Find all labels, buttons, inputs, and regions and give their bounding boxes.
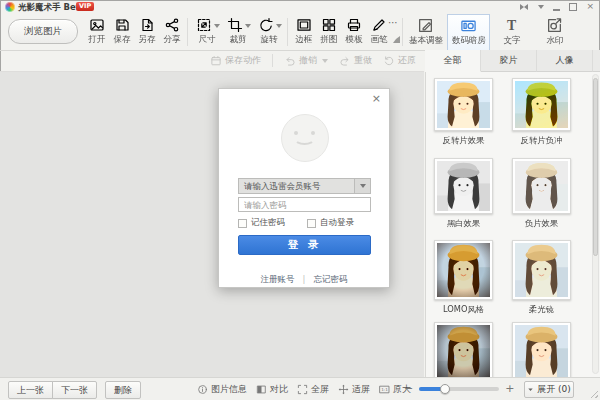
expand-button[interactable]: 展开 (0) — [524, 381, 574, 398]
effect-preview — [515, 325, 568, 377]
effect-preview — [437, 81, 490, 128]
scrollbar-thumb[interactable] — [593, 78, 598, 256]
toolbar-button-label: 裁剪 — [229, 33, 246, 45]
effect-thumb-crossprocess[interactable] — [512, 78, 571, 131]
next-button[interactable]: 下一张 — [52, 381, 97, 399]
dropdown-caret-icon[interactable] — [276, 24, 282, 31]
template-icon — [346, 17, 362, 33]
redo-icon — [339, 55, 351, 67]
scrollbar-track[interactable] — [592, 74, 599, 374]
close-icon[interactable]: × — [586, 2, 594, 11]
toolbar-groups: 打开保存另存分享尺寸裁剪旋转边框拼图模板画笔 — [84, 15, 391, 49]
action-button-save-action[interactable]: 保存动作 — [210, 54, 261, 67]
effect-thumb-negative[interactable] — [512, 158, 571, 214]
compare-button[interactable]: 对比 — [256, 383, 288, 396]
sidebar-tab-portrait[interactable]: 人像 — [537, 50, 593, 72]
toolbar-button-save-as[interactable]: 另存 — [134, 15, 159, 49]
toolbar-button-label: 尺寸 — [198, 33, 215, 45]
zoom-in-button[interactable]: + — [505, 384, 514, 394]
fullscreen-button[interactable]: 全屏 — [297, 383, 329, 396]
delete-button[interactable]: 删除 — [105, 381, 141, 399]
open-icon — [89, 17, 105, 33]
effect-thumb-lomo[interactable] — [434, 240, 493, 300]
minimize-icon[interactable] — [553, 2, 560, 11]
toolbar-button-resize[interactable]: 尺寸 — [191, 15, 222, 49]
effect-thumb-bw[interactable] — [434, 158, 493, 214]
caret-down-icon — [527, 386, 534, 393]
fit-screen-button[interactable]: 适屏 — [338, 383, 370, 396]
action-button-undo[interactable]: 撤销 — [284, 54, 328, 67]
effect-thumb-effect-8[interactable] — [512, 322, 571, 377]
record-action-icon — [210, 55, 222, 67]
dropdown-caret-icon[interactable] — [214, 24, 220, 31]
save-icon — [114, 17, 130, 33]
dropdown-caret-icon[interactable] — [245, 24, 251, 31]
svg-text:T: T — [507, 18, 516, 33]
register-link[interactable]: 注册账号 — [261, 274, 295, 286]
toolbar-overflow-button[interactable]: ⋯ — [386, 17, 400, 43]
action-button-redo[interactable]: 重做 — [339, 54, 372, 67]
action-label: 保存动作 — [225, 54, 261, 67]
toolbar-button-open[interactable]: 打开 — [84, 15, 109, 49]
compare-label: 对比 — [270, 383, 288, 396]
effect-thumb-reversal[interactable] — [434, 78, 493, 131]
zoom-out-button[interactable]: − — [404, 384, 413, 394]
forgot-password-link[interactable]: 忘记密码 — [313, 274, 347, 286]
image-info-button[interactable]: 图片信息 — [197, 383, 247, 396]
resize-grip[interactable] — [590, 390, 598, 398]
toolbar-button-save[interactable]: 保存 — [109, 15, 134, 49]
action-button-restore[interactable]: 还原 — [383, 54, 416, 67]
effect-preview — [437, 243, 490, 297]
sidebar-tab-film[interactable]: 胶片 — [481, 50, 537, 72]
sidebar-tab-all[interactable]: 全部 — [425, 50, 481, 72]
tab-label: 数码暗房 — [451, 34, 485, 46]
tab-basic-adjust[interactable]: 基本调整 — [404, 14, 447, 50]
toolbar-button-share[interactable]: 分享 — [159, 15, 184, 49]
toolbar-button-crop[interactable]: 裁剪 — [222, 15, 253, 49]
restore-icon — [383, 55, 395, 67]
effect-label: 负片效果 — [514, 218, 568, 230]
toolbar-button-template[interactable]: 模板 — [341, 15, 366, 49]
nav-buttons: 上一张下一张删除 — [8, 381, 141, 399]
login-button[interactable]: 登 录 — [238, 235, 371, 255]
checkbox-row: 记住密码 自动登录 — [238, 217, 354, 229]
menu-caret-icon[interactable] — [538, 2, 544, 12]
dialog-close-icon[interactable]: × — [372, 93, 381, 105]
effect-preview — [515, 161, 568, 211]
prev-button[interactable]: 上一张 — [8, 381, 53, 399]
tab-text[interactable]: T文字 — [490, 14, 533, 50]
skin-icon[interactable] — [519, 3, 529, 11]
status-bar: 上一张下一张删除 图片信息对比全屏适屏1:1原大 − + 展开 (0) — [0, 377, 600, 400]
toolbar-separator — [187, 18, 188, 46]
tab-label: 文字 — [503, 34, 520, 46]
toolbar-button-border[interactable]: 边框 — [291, 15, 316, 49]
zoom-slider[interactable] — [419, 387, 499, 391]
zoom-slider-handle[interactable] — [440, 384, 450, 394]
fullscreen-label: 全屏 — [311, 383, 329, 396]
remember-password-checkbox[interactable] — [238, 219, 247, 228]
tab-digital-darkroom[interactable]: 数码暗房 — [447, 14, 490, 50]
remember-password-label: 记住密码 — [251, 217, 285, 229]
toolbar-separator — [402, 18, 403, 46]
adjust-icon — [417, 17, 434, 34]
auto-login-checkbox[interactable] — [307, 219, 316, 228]
effect-thumb-soft[interactable] — [512, 240, 571, 300]
password-input[interactable] — [238, 197, 371, 212]
browse-images-button[interactable]: 浏览图片 — [8, 19, 78, 44]
link-divider: | — [303, 274, 306, 286]
mode-tabs: 基本调整数码暗房T文字水印 — [404, 14, 576, 50]
tab-watermark[interactable]: 水印 — [533, 14, 576, 50]
effect-thumb-effect-7[interactable] — [434, 322, 493, 377]
image-info-label: 图片信息 — [211, 383, 247, 396]
account-combobox[interactable]: 请输入迅雷会员账号 — [238, 178, 371, 194]
sidebar-tab-filler — [593, 50, 600, 72]
app-logo-icon — [5, 2, 15, 12]
maximize-icon[interactable] — [569, 3, 577, 11]
toolbar-button-rotate[interactable]: 旋转 — [253, 15, 284, 49]
dropdown-caret-icon[interactable] — [322, 59, 328, 66]
toolbar-button-label: 模板 — [345, 33, 362, 45]
toolbar-button-collage[interactable]: 拼图 — [316, 15, 341, 49]
action-label: 还原 — [398, 54, 416, 67]
account-dropdown-button[interactable] — [354, 179, 370, 193]
svg-text:1:1: 1:1 — [381, 387, 388, 392]
